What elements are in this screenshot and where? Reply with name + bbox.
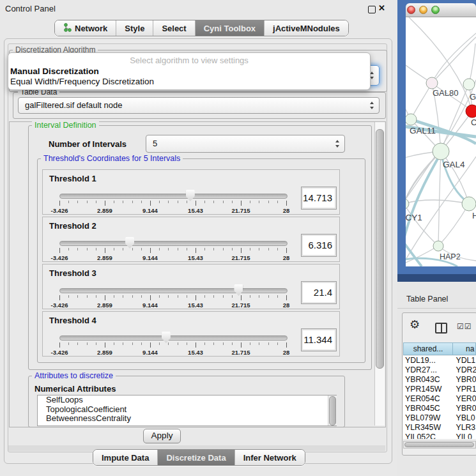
tick-mark	[178, 295, 178, 298]
column-layout-icon[interactable]	[435, 323, 447, 334]
threshold-1-value-field[interactable]: 14.713	[301, 187, 337, 210]
network-node[interactable]	[426, 77, 438, 89]
slider-tick-labels: -3.4262.8599.14415.4321.71528	[59, 207, 286, 214]
cell-shared-name[interactable]: YIL052C	[403, 433, 450, 439]
tab-select[interactable]: Select	[153, 20, 195, 36]
table-row[interactable]: YER054CYER0	[403, 394, 476, 404]
cell-name[interactable]: YPR1	[450, 385, 476, 394]
attribute-list-item[interactable]: BetweennessCentrality	[38, 414, 336, 424]
network-node[interactable]	[463, 79, 475, 90]
network-edge[interactable]	[411, 83, 432, 119]
network-node[interactable]	[433, 241, 443, 251]
zoom-traffic-light[interactable]	[431, 6, 440, 14]
slider-thumb[interactable]	[234, 284, 243, 296]
dropdown-hint-item[interactable]: Select algorithm to view settings	[8, 56, 370, 65]
close-icon[interactable]: ✕	[378, 3, 385, 13]
column-header-name[interactable]: na	[452, 342, 476, 355]
threshold-2-value-field[interactable]: 6.316	[301, 234, 337, 257]
number-of-intervals-combobox[interactable]: 5	[146, 135, 345, 153]
tab-label: Select	[162, 24, 186, 33]
tab-style[interactable]: Style	[116, 20, 153, 36]
horizontal-scrollbar-thumb[interactable]	[404, 442, 474, 447]
select-columns-icon[interactable]: ☑☑	[457, 322, 472, 331]
close-traffic-light[interactable]	[407, 6, 415, 14]
table-row[interactable]: YPR145WYPR1	[403, 385, 476, 394]
float-window-icon[interactable]	[368, 6, 376, 13]
table-row[interactable]: YBR045CYBR0	[403, 404, 476, 413]
network-edge[interactable]	[406, 246, 438, 266]
network-node[interactable]	[406, 199, 409, 209]
slider-track[interactable]	[59, 335, 288, 341]
threshold-4-value-field[interactable]: 11.344	[301, 328, 337, 351]
slider-thumb[interactable]	[162, 332, 171, 343]
tab-impute-data[interactable]: Impute Data	[93, 450, 158, 465]
threshold-1-slider[interactable]: -3.4262.8599.14415.4321.71528	[59, 190, 286, 215]
tab-jactivemnodules[interactable]: jActiveMNodules	[265, 20, 348, 36]
table-row[interactable]: YIL052CYIL0	[403, 433, 476, 439]
tab-network[interactable]: Network	[55, 20, 116, 36]
network-edge[interactable]	[438, 151, 441, 246]
slider-thumb[interactable]	[186, 190, 195, 201]
network-node[interactable]	[466, 105, 476, 118]
threshold-2-slider[interactable]: -3.4262.8599.14415.4321.71528	[59, 238, 286, 262]
network-node[interactable]	[406, 114, 417, 125]
cell-shared-name[interactable]: YDL19...	[403, 356, 450, 365]
network-edge[interactable]	[432, 37, 476, 83]
network-edge[interactable]	[469, 43, 475, 84]
tab-discretize-data[interactable]: Discretize Data	[158, 450, 234, 465]
network-edge[interactable]	[406, 153, 441, 256]
threshold-3-slider[interactable]: -3.4262.8599.14415.4321.71528	[59, 285, 286, 309]
cell-shared-name[interactable]: YDR27...	[403, 365, 450, 375]
threshold-4-slider[interactable]: -3.4262.8599.14415.4321.71528	[59, 332, 286, 357]
attribute-list-item[interactable]: SelfLoops	[38, 395, 336, 405]
slider-thumb[interactable]	[125, 237, 134, 249]
table-data-combobox[interactable]: galFiltered.sif default node	[18, 97, 380, 114]
cell-shared-name[interactable]: YBR045C	[403, 404, 450, 413]
tick-mark	[168, 342, 169, 345]
column-header-shared-name[interactable]: shared...	[403, 342, 453, 355]
attributes-scrollbar-thumb[interactable]	[329, 396, 336, 426]
tick-label: 28	[283, 254, 290, 261]
tick-mark	[105, 248, 105, 253]
numerical-attributes-list[interactable]: SelfLoopsTopologicalCoefficientBetweenne…	[37, 395, 337, 426]
apply-button[interactable]: Apply	[143, 429, 181, 443]
cell-name[interactable]: YBR0	[450, 375, 476, 385]
dropdown-option-manual-discretization[interactable]: Manual Discretization	[10, 66, 99, 76]
cell-name[interactable]: YDR2	[450, 365, 476, 375]
cell-name[interactable]: YBR0	[450, 404, 476, 413]
gear-icon[interactable]: ⚙	[410, 319, 420, 330]
cell-shared-name[interactable]: YPR145W	[403, 385, 450, 394]
network-view-canvas[interactable]: GAL80GACGAL11GAL4GCY1HHAP2	[406, 17, 476, 266]
cell-shared-name[interactable]: YLR345W	[403, 423, 450, 433]
cell-name[interactable]: YER0	[450, 394, 476, 404]
vertical-scrollbar-thumb[interactable]	[376, 129, 384, 369]
network-edge[interactable]	[406, 204, 438, 246]
cell-name[interactable]: YIL0	[450, 433, 476, 439]
tab-infer-network[interactable]: Infer Network	[235, 450, 305, 465]
slider-track[interactable]	[59, 288, 288, 293]
dropdown-option-equal-width-frequency[interactable]: Equal Width/Frequency Discretization	[10, 77, 154, 86]
attribute-list-item[interactable]: TopologicalCoefficient	[38, 405, 336, 415]
network-edge[interactable]	[438, 204, 469, 246]
cell-name[interactable]: YLR3	[450, 423, 476, 433]
table-row[interactable]: YDR27...YDR2	[403, 365, 476, 375]
network-node[interactable]	[433, 143, 449, 160]
cell-name[interactable]: YDL1	[450, 356, 476, 365]
cell-shared-name[interactable]: YBR043C	[403, 375, 450, 385]
table-row[interactable]: YLR345WYLR3	[403, 423, 476, 433]
cell-shared-name[interactable]: YBL079W	[403, 413, 450, 423]
threshold-3-value-field[interactable]: 21.4	[301, 281, 337, 304]
table-row[interactable]: YBL079WYBL0	[403, 413, 476, 423]
tab-cyni-toolbox[interactable]: Cyni Toolbox	[196, 20, 265, 36]
network-edge[interactable]	[406, 151, 441, 204]
minimize-traffic-light[interactable]	[419, 6, 427, 14]
table-row[interactable]: YDL19...YDL1	[403, 356, 476, 365]
tick-mark	[196, 248, 196, 253]
network-node[interactable]	[462, 197, 476, 211]
table-row[interactable]: YBR043CYBR0	[403, 375, 476, 385]
slider-track[interactable]	[59, 194, 288, 199]
slider-track[interactable]	[59, 241, 288, 246]
network-window-titlebar[interactable]	[406, 3, 476, 17]
cell-shared-name[interactable]: YER054C	[403, 394, 450, 404]
cell-name[interactable]: YBL0	[450, 413, 476, 423]
